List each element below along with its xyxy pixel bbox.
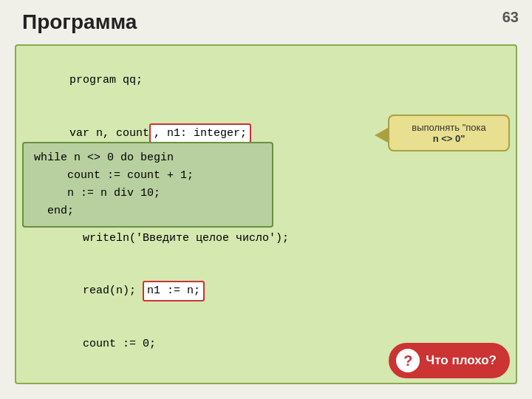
question-mark-icon: ? [396,349,420,372]
highlight-n1-integer: , n1: integer; [149,123,251,143]
highlight-n1-assign: n1 := n; [143,281,205,301]
page-number: 63 [502,9,519,26]
tooltip-arrow [375,128,388,143]
code-line-5: read(n); n1 := n; [30,264,502,318]
code-text: writeln('Введите целое число'); [69,232,289,245]
tooltip-box: выполнять "пока n <> 0" [388,115,510,151]
slide-title: Программа [22,10,137,34]
while-line-1: while n <> 0 do begin [34,149,262,167]
tooltip-line2: n <> 0" [398,133,499,144]
tooltip-line1: выполнять "пока [398,122,499,133]
while-line-3: n := n div 10; [34,185,262,202]
bad-button-label: Что плохо? [426,353,497,368]
code-line-1: program qq; [30,55,502,106]
while-line-2: count := count + 1; [34,167,262,185]
code-text: read(n); [69,284,143,297]
slide: 63 Программа program qq; var n, count, n… [0,0,532,399]
while-line-4: end; [34,202,262,220]
bad-button[interactable]: ? Что плохо? [389,343,510,378]
while-block: while n <> 0 do begin count := count + 1… [22,142,273,228]
code-text: var n, count [69,127,149,140]
code-text: program qq; [69,74,143,86]
code-text: count := 0; [69,338,156,350]
